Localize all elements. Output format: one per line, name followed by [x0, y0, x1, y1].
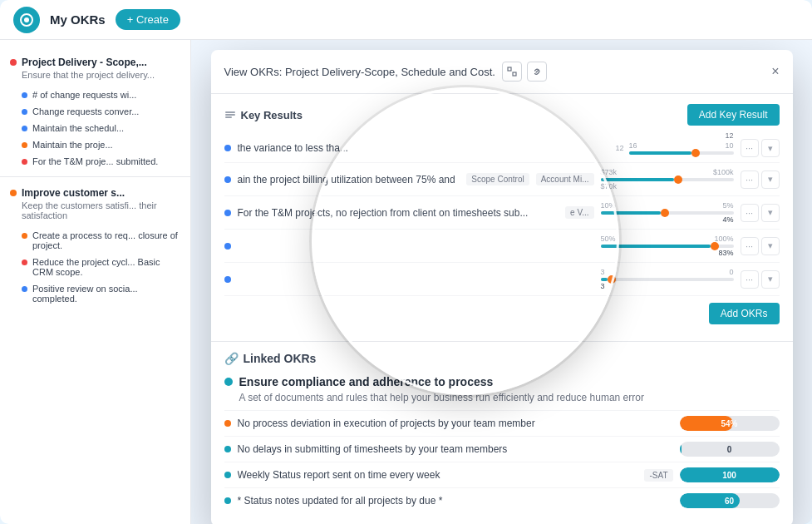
- slider-1-thumb[interactable]: [691, 149, 700, 157]
- kr-dot-1: [22, 92, 27, 98]
- obj-title-1: Project Delivery - Scope,...: [22, 57, 147, 68]
- kr-text-1: # of change requests wi...: [32, 90, 136, 100]
- slider-5-thumb[interactable]: [608, 275, 616, 284]
- linked-okr-main: Ensure compliance and adherence to proce…: [224, 375, 780, 388]
- linked-kr-1-progress: 54%: [680, 416, 780, 431]
- kr-row-3-tag: e V...: [565, 206, 593, 219]
- kr-section-label: Key Results: [241, 109, 303, 121]
- linked-header: 🔗 Linked OKRs: [224, 352, 780, 365]
- kr-text-2: Change requests conver...: [32, 106, 139, 116]
- kr-row-5-actions: ··· ▾: [741, 270, 780, 289]
- kr-row-2-tag1: Scope Control: [466, 173, 529, 185]
- obj-desc-1: Ensure that the project delivery...: [22, 70, 180, 80]
- linked-kr-3-progress-label: 100: [722, 471, 736, 480]
- kr-3-expand-btn[interactable]: ▾: [761, 204, 780, 222]
- kr-3-more-btn[interactable]: ···: [741, 204, 759, 222]
- svg-rect-4: [225, 111, 235, 113]
- linked-section: 🔗 Linked OKRs Ensure compliance and adhe…: [211, 341, 793, 524]
- kr-5-expand-btn[interactable]: ▾: [761, 270, 780, 289]
- add-okrs-button[interactable]: Add OKRs: [709, 303, 780, 324]
- slider-3-thumb[interactable]: [661, 209, 669, 217]
- kr-dot-6: [22, 233, 27, 239]
- kr-text-7: Reduce the project cycl... Basic CRM sco…: [32, 257, 180, 277]
- kr-text-6: Create a process to req... closure of pr…: [32, 230, 180, 250]
- svg-rect-3: [513, 72, 516, 76]
- kr-text-3: Maintain the schedul...: [32, 123, 124, 133]
- sidebar-kr-4[interactable]: Maintain the proje...: [0, 136, 190, 153]
- slider-2-thumb[interactable]: [674, 175, 682, 184]
- kr-dot-8: [22, 286, 27, 292]
- kr-row-3-dot: [224, 210, 231, 216]
- kr-4-expand-btn[interactable]: ▾: [761, 237, 780, 255]
- app-title: My OKRs: [50, 12, 106, 27]
- kr-row-3-actions: ··· ▾: [741, 204, 780, 222]
- slider-3-rail: [601, 211, 734, 215]
- linked-kr-2-progress: 0: [680, 442, 780, 457]
- kr-dot-2: [22, 109, 27, 115]
- kr-2-more-btn[interactable]: ···: [741, 171, 759, 189]
- linked-kr-4: * Status notes updated for all projects …: [224, 487, 780, 513]
- modal-header-icons: [502, 62, 547, 82]
- svg-point-1: [24, 17, 29, 22]
- linked-kr-3-text: Weekly Status report sent on time every …: [238, 469, 638, 481]
- main-content: Project Delivery - Scope,... Ensure that…: [0, 40, 812, 524]
- linked-kr-2-dot: [224, 446, 231, 452]
- slider-1-rail: [629, 151, 734, 155]
- slider-1-fill: [629, 151, 692, 155]
- sidebar-section-1: Project Delivery - Scope,... Ensure that…: [0, 50, 190, 170]
- kr-1-more-btn[interactable]: ···: [741, 139, 759, 157]
- link-icon[interactable]: [527, 62, 547, 82]
- expand-icon[interactable]: [502, 62, 522, 82]
- kr-row-5-slider: 30 3: [601, 268, 734, 290]
- linked-kr-3-dot: [224, 472, 231, 478]
- modal-close-button[interactable]: ×: [771, 65, 779, 78]
- sidebar-kr-7[interactable]: Reduce the project cycl... Basic CRM sco…: [0, 254, 190, 280]
- navbar: My OKRs + Create: [0, 0, 812, 40]
- app-container: My OKRs + Create Project Delivery - Scop…: [0, 0, 812, 524]
- add-kr-button[interactable]: Add Key Result: [687, 104, 780, 126]
- slider-5-fill: [601, 278, 608, 281]
- linked-obj-dot: [224, 378, 233, 386]
- sidebar-objective-2[interactable]: Improve customer s... Keep the customers…: [0, 180, 190, 227]
- slider-4-fill: [601, 245, 711, 248]
- sidebar-kr-1[interactable]: # of change requests wi...: [0, 87, 190, 103]
- kr-dot-5: [22, 159, 27, 165]
- svg-rect-2: [508, 67, 511, 71]
- kr-1-expand-btn[interactable]: ▾: [761, 139, 780, 157]
- linked-kr-1-text: No process deviation in execution of pro…: [238, 418, 673, 429]
- kr-section: Key Results Add Key Result the variance …: [211, 94, 793, 341]
- sidebar-kr-3[interactable]: Maintain the schedul...: [0, 120, 190, 136]
- app-logo: [13, 7, 40, 33]
- kr-row-3: For the T&M projects, no rejection from …: [224, 196, 780, 230]
- kr-row-4-actions: ··· ▾: [741, 237, 780, 255]
- sidebar-kr-8[interactable]: Positive review on socia... completed.: [0, 280, 190, 307]
- kr-text-5: For the T&M proje... submitted.: [32, 156, 158, 166]
- linked-kr-4-text: * Status notes updated for all projects …: [238, 495, 673, 507]
- modal-header: View OKRs: Project Delivery-Scope, Sched…: [211, 50, 793, 94]
- kr-2-expand-btn[interactable]: ▾: [761, 171, 780, 189]
- slider-4-thumb[interactable]: [711, 242, 719, 250]
- kr-4-more-btn[interactable]: ···: [741, 237, 759, 255]
- modal-header-left: View OKRs: Project Delivery-Scope, Sched…: [224, 62, 547, 82]
- kr-row-2-dot: [224, 176, 231, 183]
- kr-row-2-actions: ··· ▾: [741, 171, 780, 189]
- slider-4-rail: [601, 245, 734, 248]
- linked-okr-card: Ensure compliance and adherence to proce…: [224, 375, 780, 513]
- kr-row-2-tag2: Account Mi...: [536, 173, 594, 185]
- linked-kr-3: Weekly Status report sent on time every …: [224, 462, 780, 487]
- sidebar-kr-5[interactable]: For the T&M proje... submitted.: [0, 153, 190, 170]
- sidebar-objective-1[interactable]: Project Delivery - Scope,... Ensure that…: [0, 50, 190, 87]
- kr-text-8: Positive review on socia... completed.: [32, 284, 180, 304]
- kr-row-1-dot: [224, 145, 231, 151]
- svg-rect-6: [225, 116, 232, 118]
- slider-3-fill: [601, 211, 661, 215]
- linked-kr-2-text: No delays in submitting of timesheets by…: [238, 443, 673, 455]
- sidebar-kr-2[interactable]: Change requests conver...: [0, 103, 190, 120]
- right-panel: View OKRs: Project Delivery-Scope, Sched…: [191, 40, 812, 524]
- modal-body: Key Results Add Key Result the variance …: [211, 94, 793, 524]
- kr-5-more-btn[interactable]: ···: [741, 270, 759, 289]
- sidebar-kr-6[interactable]: Create a process to req... closure of pr…: [0, 227, 190, 254]
- kr-row-2: ain the project billing utilization betw…: [224, 163, 780, 196]
- create-button[interactable]: + Create: [116, 9, 180, 30]
- modal-title: View OKRs: Project Delivery-Scope, Sched…: [224, 66, 495, 78]
